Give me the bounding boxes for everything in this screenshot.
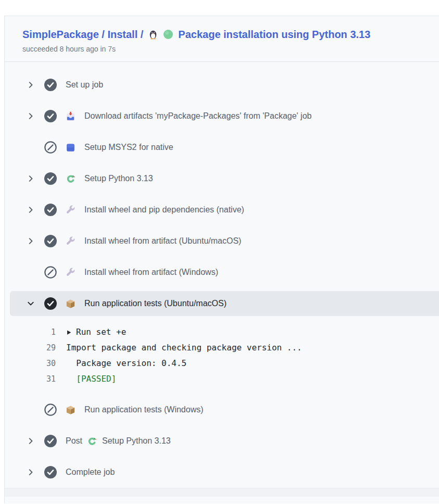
step-row[interactable]: Run application tests (Windows) xyxy=(5,394,439,425)
success-check-icon xyxy=(44,172,57,185)
chevron-right-icon[interactable] xyxy=(27,206,35,214)
steps-list: Set up job Download artifacts 'myPackage… xyxy=(5,62,439,488)
log-text: Package version: 0.4.5 xyxy=(66,356,186,371)
step-label: Install wheel from artifact (Ubuntu/macO… xyxy=(84,236,241,246)
step-row[interactable]: Run application tests (Ubuntu/macOS) xyxy=(10,291,439,316)
step-label: Install wheel from artifact (Windows) xyxy=(84,268,218,277)
success-check-icon xyxy=(44,79,57,91)
footer-band xyxy=(5,488,439,497)
chevron-right-icon[interactable] xyxy=(27,112,35,120)
python-snake-icon xyxy=(87,436,97,446)
step-label: Setup Python 3.13 xyxy=(84,174,153,183)
log-line-number[interactable]: 29 xyxy=(33,340,56,356)
log-line-number[interactable]: 31 xyxy=(33,371,56,387)
chevron-down-icon[interactable] xyxy=(27,299,35,308)
log-line: 29Import package and checking package ve… xyxy=(5,340,439,356)
chevron-right-icon[interactable] xyxy=(27,174,35,183)
step-row[interactable]: Install wheel from artifact (Ubuntu/macO… xyxy=(5,225,439,257)
step-label: Complete job xyxy=(66,468,115,477)
penguin-icon xyxy=(148,29,158,40)
success-check-icon xyxy=(44,110,57,122)
step-label: Download artifacts 'myPackage-Packages' … xyxy=(84,111,311,121)
job-status-text: succeeded 8 hours ago in 7s xyxy=(22,45,429,53)
chevron-right-icon[interactable] xyxy=(27,237,35,245)
job-run-panel: SimplePackage / Install / Package instal… xyxy=(4,16,439,503)
log-text: Run set +e xyxy=(66,324,126,340)
breadcrumb-link[interactable]: SimplePackage / Install / xyxy=(22,28,143,41)
log-line: 30 Package version: 0.4.5 xyxy=(5,356,439,371)
package-icon xyxy=(66,405,76,415)
page-title: SimplePackage / Install / Package instal… xyxy=(22,28,429,41)
success-check-icon xyxy=(44,435,57,447)
skipped-icon xyxy=(44,404,57,416)
step-label: Setup MSYS2 for native xyxy=(84,143,173,152)
chevron-right-icon[interactable] xyxy=(27,437,35,445)
wrench-icon xyxy=(66,236,76,246)
step-row[interactable]: Complete job xyxy=(5,457,439,488)
package-icon xyxy=(66,299,76,309)
step-row[interactable]: Set up job xyxy=(5,69,439,100)
success-check-icon xyxy=(44,466,57,478)
step-label: Set up job xyxy=(66,80,103,90)
step-row[interactable]: Install wheel and pip dependencies (nati… xyxy=(5,194,439,225)
log-line-number[interactable]: 30 xyxy=(33,356,56,371)
play-icon[interactable] xyxy=(66,330,72,335)
skipped-icon xyxy=(44,266,57,279)
wrench-icon xyxy=(66,205,76,215)
step-row[interactable]: Setup Python 3.13 xyxy=(5,163,439,194)
step-row[interactable]: Download artifacts 'myPackage-Packages' … xyxy=(5,100,439,132)
step-label: Run application tests (Windows) xyxy=(84,405,204,414)
chevron-right-icon[interactable] xyxy=(27,81,35,89)
skipped-icon xyxy=(44,141,57,154)
log-output: 1Run set +e29Import package and checking… xyxy=(5,316,439,394)
job-header: SimplePackage / Install / Package instal… xyxy=(5,16,439,62)
success-check-icon xyxy=(44,297,57,310)
success-check-icon xyxy=(44,204,57,216)
step-row[interactable]: Setup MSYS2 for native xyxy=(5,132,439,163)
inbox-tray-icon xyxy=(66,111,76,121)
step-label: Setup Python 3.13 xyxy=(102,436,171,446)
step-label: Run application tests (Ubuntu/macOS) xyxy=(84,299,227,308)
step-row[interactable]: Post Setup Python 3.13 xyxy=(5,425,439,457)
log-line-number[interactable]: 1 xyxy=(33,324,56,340)
step-row[interactable]: Install wheel from artifact (Windows) xyxy=(5,257,439,288)
log-text: Import package and checking package vers… xyxy=(66,340,302,356)
log-line: 1Run set +e xyxy=(5,324,439,340)
step-label: Install wheel and pip dependencies (nati… xyxy=(84,205,244,215)
log-text-passed: [PASSED] xyxy=(66,371,116,387)
blue-square-icon xyxy=(66,143,76,153)
green-circle-icon xyxy=(163,29,173,40)
wrench-icon xyxy=(66,268,76,278)
job-title: Package installation using Python 3.13 xyxy=(178,28,370,41)
python-snake-icon xyxy=(66,174,76,184)
chevron-right-icon[interactable] xyxy=(27,468,35,476)
step-label-prefix: Post xyxy=(66,436,82,446)
success-check-icon xyxy=(44,235,57,247)
log-line: 31 [PASSED] xyxy=(5,371,439,387)
